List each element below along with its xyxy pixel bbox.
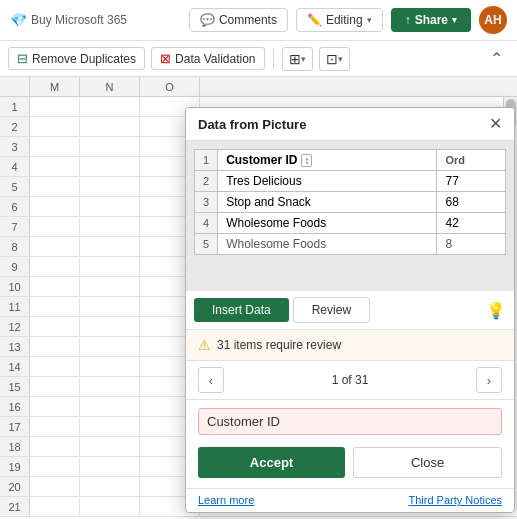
cell[interactable]: [80, 357, 140, 376]
editing-button[interactable]: ✏️ Editing ▾: [296, 8, 383, 32]
cell[interactable]: [80, 437, 140, 456]
row-num-cell: 5: [0, 177, 30, 196]
nav-next-button[interactable]: ›: [476, 367, 502, 393]
cell[interactable]: [80, 257, 140, 276]
cell[interactable]: [80, 97, 140, 116]
cell[interactable]: [30, 177, 80, 196]
remove-duplicates-button[interactable]: ⊟ Remove Duplicates: [8, 47, 145, 70]
data-from-picture-dialog: Data from Picture ✕ 1 Customer ID ↕: [185, 107, 515, 513]
cell[interactable]: [80, 217, 140, 236]
dialog-footer: Learn more Third Party Notices: [186, 488, 514, 512]
cell[interactable]: [30, 217, 80, 236]
freeze-icon: ⊡: [326, 51, 338, 67]
preview-row-num: 3: [195, 192, 218, 213]
cell[interactable]: [30, 197, 80, 216]
data-validation-button[interactable]: ⊠ Data Validation: [151, 47, 265, 70]
cell[interactable]: [30, 317, 80, 336]
cell[interactable]: [80, 317, 140, 336]
remove-duplicates-label: Remove Duplicates: [32, 52, 136, 66]
cell[interactable]: [80, 237, 140, 256]
cell[interactable]: [30, 397, 80, 416]
buy-ms365-link[interactable]: 💎 Buy Microsoft 365: [10, 12, 127, 28]
preview-col1-header-label: Customer ID: [226, 153, 297, 167]
preview-row-num: 2: [195, 171, 218, 192]
cell[interactable]: [80, 277, 140, 296]
cell[interactable]: [80, 417, 140, 436]
row-num-cell: 8: [0, 237, 30, 256]
cell[interactable]: [80, 297, 140, 316]
cell[interactable]: [80, 157, 140, 176]
grid-view-button[interactable]: ⊞ ▾: [282, 47, 313, 71]
row-num-cell: 19: [0, 457, 30, 476]
cell[interactable]: [30, 277, 80, 296]
row-num-cell: 1: [0, 97, 30, 116]
dialog-preview-area: 1 Customer ID ↕ Ord: [186, 141, 514, 291]
cell[interactable]: [30, 237, 80, 256]
gem-icon: 💎: [10, 12, 27, 28]
preview-cell: Tres Delicious: [218, 171, 437, 192]
review-field-input[interactable]: [198, 408, 502, 435]
nav-prev-button[interactable]: ‹: [198, 367, 224, 393]
buy-ms365-label: Buy Microsoft 365: [31, 13, 127, 27]
preview-row-num-header: 1: [195, 150, 218, 171]
avatar[interactable]: AH: [479, 6, 507, 34]
accept-label: Accept: [250, 455, 293, 470]
cell[interactable]: [30, 497, 80, 516]
row-num-cell: 3: [0, 137, 30, 156]
cell[interactable]: [80, 137, 140, 156]
cell[interactable]: [80, 197, 140, 216]
cell[interactable]: [80, 177, 140, 196]
share-chevron-icon: ▾: [452, 15, 457, 25]
cell[interactable]: [80, 477, 140, 496]
collapse-ribbon-button[interactable]: ⌃: [484, 46, 509, 71]
row-num-header: [0, 77, 30, 96]
comments-button[interactable]: 💬 Comments: [189, 8, 288, 32]
preview-cell: 68: [437, 192, 506, 213]
learn-more-label: Learn more: [198, 494, 254, 506]
cell[interactable]: [30, 377, 80, 396]
cell[interactable]: [30, 477, 80, 496]
cell[interactable]: [30, 337, 80, 356]
accept-button[interactable]: Accept: [198, 447, 345, 478]
cell[interactable]: [80, 457, 140, 476]
cell[interactable]: [30, 257, 80, 276]
cell[interactable]: [80, 497, 140, 516]
row-num-cell: 9: [0, 257, 30, 276]
cell[interactable]: [30, 157, 80, 176]
cell[interactable]: [30, 357, 80, 376]
cell[interactable]: [30, 97, 80, 116]
cell[interactable]: [30, 437, 80, 456]
freeze-button[interactable]: ⊡ ▾: [319, 47, 350, 71]
row-num-cell: 21: [0, 497, 30, 516]
preview-cell: 8: [437, 234, 506, 255]
preview-row-num: 5: [195, 234, 218, 255]
row-num-cell: 2: [0, 117, 30, 136]
cell[interactable]: [80, 377, 140, 396]
cell[interactable]: [30, 137, 80, 156]
sort-icon[interactable]: ↕: [301, 154, 312, 167]
row-num-cell: 13: [0, 337, 30, 356]
review-nav: ‹ 1 of 31 ›: [186, 361, 514, 400]
tab-insert-data[interactable]: Insert Data: [194, 298, 289, 322]
chevron-down-icon: ▾: [367, 15, 372, 25]
cell[interactable]: [80, 397, 140, 416]
comments-icon: 💬: [200, 13, 215, 27]
tab-review-label: Review: [312, 303, 351, 317]
comments-label: Comments: [219, 13, 277, 27]
third-party-link[interactable]: Third Party Notices: [408, 494, 502, 506]
cell[interactable]: [80, 117, 140, 136]
cell[interactable]: [30, 117, 80, 136]
cell[interactable]: [30, 457, 80, 476]
cell[interactable]: [30, 417, 80, 436]
tab-review[interactable]: Review: [293, 297, 370, 323]
row-num-cell: 14: [0, 357, 30, 376]
cell[interactable]: [80, 337, 140, 356]
review-warning-text: 31 items require review: [217, 338, 341, 352]
cell[interactable]: [30, 297, 80, 316]
dialog-close-button[interactable]: ✕: [489, 116, 502, 132]
share-button[interactable]: ↑ Share ▾: [391, 8, 471, 32]
row-num-cell: 20: [0, 477, 30, 496]
learn-more-link[interactable]: Learn more: [198, 494, 254, 506]
ribbon: ⊟ Remove Duplicates ⊠ Data Validation ⊞ …: [0, 41, 517, 77]
close-button[interactable]: Close: [353, 447, 502, 478]
